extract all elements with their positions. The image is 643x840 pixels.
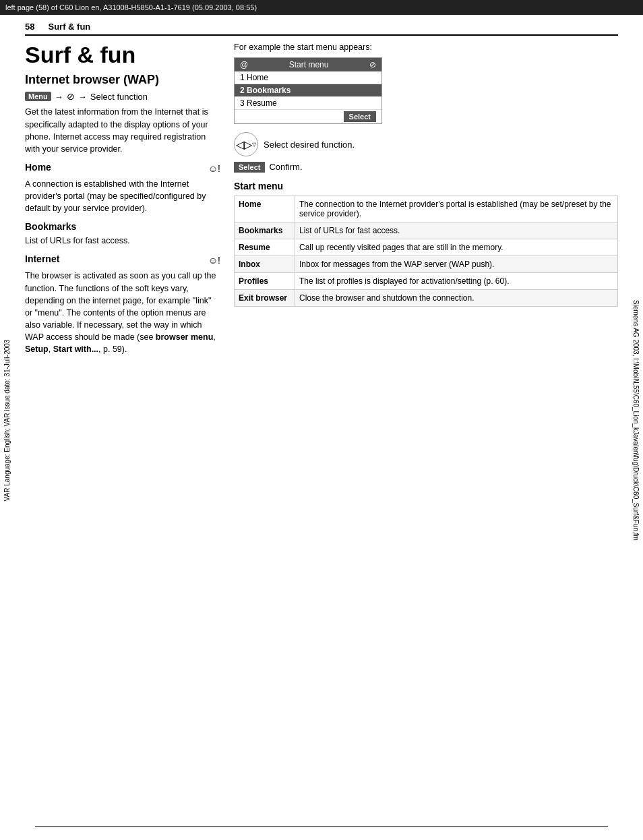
- right-sidebar: Siemens AG 2003, I:\Mobil\L55\C60_Lion_k…: [628, 0, 643, 840]
- screen-item-home: 1 Home: [235, 71, 381, 84]
- bookmarks-heading: Bookmarks: [25, 221, 220, 232]
- internet-heading: Internet: [25, 253, 59, 264]
- intro-body: Get the latest information from the Inte…: [25, 106, 220, 155]
- table-row: ProfilesThe list of profiles is displaye…: [235, 273, 618, 290]
- table-term: Exit browser: [235, 290, 295, 307]
- home-section-header: Home ☺!: [25, 162, 220, 175]
- table-row: BookmarksList of URLs for fast access.: [235, 222, 618, 239]
- home-heading: Home: [25, 162, 51, 173]
- table-term: Profiles: [235, 273, 295, 290]
- page-header: 58 Surf & fun: [25, 22, 618, 36]
- table-row: Exit browserClose the browser and shutdo…: [235, 290, 618, 307]
- phone-screen-header: @ Start menu ⊘: [235, 58, 381, 71]
- start-menu-table: HomeThe connection to the Internet provi…: [234, 196, 618, 307]
- internet-body1: The browser is activated as soon as you …: [25, 271, 216, 342]
- screen-header-icon: @: [240, 60, 248, 69]
- bottom-line: [35, 826, 608, 828]
- menu-badge: Menu: [25, 92, 51, 101]
- right-sidebar-text: Siemens AG 2003, I:\Mobil\L55\C60_Lion_k…: [632, 300, 640, 541]
- table-def: Call up recently visited pages that are …: [295, 239, 618, 256]
- internet-body4: , p. 59).: [98, 344, 127, 354]
- confirm-text: Confirm.: [269, 162, 302, 172]
- left-sidebar: VAR Language: English; VAR issue date: 3…: [0, 0, 15, 840]
- menu-instruction: Menu → ⊘ → Select function: [25, 91, 220, 102]
- screen-header-title: Start menu: [289, 60, 329, 69]
- table-def: The connection to the Internet provider'…: [295, 196, 618, 222]
- table-row: InboxInbox for messages from the WAP ser…: [235, 256, 618, 273]
- table-term: Bookmarks: [235, 222, 295, 239]
- phone-screen-footer: Select: [235, 110, 381, 123]
- internet-icon: ☺!: [208, 255, 220, 266]
- left-sidebar-text: VAR Language: English; VAR issue date: 3…: [4, 339, 11, 501]
- two-col-layout: Surf & fun Internet browser (WAP) Menu →…: [25, 42, 618, 362]
- bookmarks-body: List of URLs for fast access.: [25, 235, 220, 247]
- left-column: Surf & fun Internet browser (WAP) Menu →…: [25, 42, 220, 362]
- top-bar-text: left page (58) of C60 Lion en, A31008-H5…: [5, 3, 257, 11]
- page-section-title: Surf & fun: [48, 22, 90, 32]
- select-function-text: Select function: [90, 92, 148, 102]
- main-title: Surf & fun: [25, 42, 220, 67]
- select-confirm-row: Select Confirm.: [234, 162, 618, 173]
- start-with-link[interactable]: Start with...: [53, 344, 98, 354]
- internet-body3: ,: [49, 344, 53, 354]
- nav-circle-icon: ◁▷▽: [234, 132, 258, 156]
- table-def: Close the browser and shutdown the conne…: [295, 290, 618, 307]
- internet-body2: ,: [213, 332, 215, 342]
- top-bar: left page (58) of C60 Lion en, A31008-H5…: [0, 0, 643, 15]
- internet-browser-heading: Internet browser (WAP): [25, 73, 220, 87]
- screen-select-button: Select: [344, 111, 376, 122]
- main-content: 58 Surf & fun Surf & fun Internet browse…: [15, 15, 628, 840]
- nav-text: Select desired function.: [264, 140, 355, 150]
- nav-icon-row: ◁▷▽ Select desired function.: [234, 132, 618, 156]
- browser-menu-link[interactable]: browser menu: [156, 332, 213, 342]
- table-def: List of URLs for fast access.: [295, 222, 618, 239]
- table-def: The list of profiles is displayed for ac…: [295, 273, 618, 290]
- screen-item-resume: 3 Resume: [235, 97, 381, 110]
- home-icon: ☺!: [208, 163, 220, 174]
- home-body: A connection is established with the Int…: [25, 178, 220, 214]
- page-number: 58: [25, 22, 34, 32]
- table-term: Resume: [235, 239, 295, 256]
- table-term: Home: [235, 196, 295, 222]
- internet-section-header: Internet ☺!: [25, 253, 220, 267]
- for-example-text: For example the start menu appears:: [234, 42, 618, 52]
- select-btn: Select: [234, 162, 265, 173]
- internet-body: The browser is activated as soon as you …: [25, 270, 220, 355]
- table-term: Inbox: [235, 256, 295, 273]
- setup-link[interactable]: Setup: [25, 344, 49, 354]
- table-row: ResumeCall up recently visited pages tha…: [235, 239, 618, 256]
- table-row: HomeThe connection to the Internet provi…: [235, 196, 618, 222]
- start-menu-heading: Start menu: [234, 181, 618, 191]
- phone-screen-mockup: @ Start menu ⊘ 1 Home 2 Bookmarks 3 Resu…: [234, 57, 382, 124]
- arrow2: →: [78, 92, 87, 102]
- table-def: Inbox for messages from the WAP server (…: [295, 256, 618, 273]
- circle-icon: ⊘: [67, 91, 75, 102]
- right-column: For example the start menu appears: @ St…: [234, 42, 618, 362]
- arrow1: →: [55, 92, 63, 102]
- screen-item-bookmarks: 2 Bookmarks: [235, 84, 381, 97]
- screen-header-right: ⊘: [369, 60, 376, 69]
